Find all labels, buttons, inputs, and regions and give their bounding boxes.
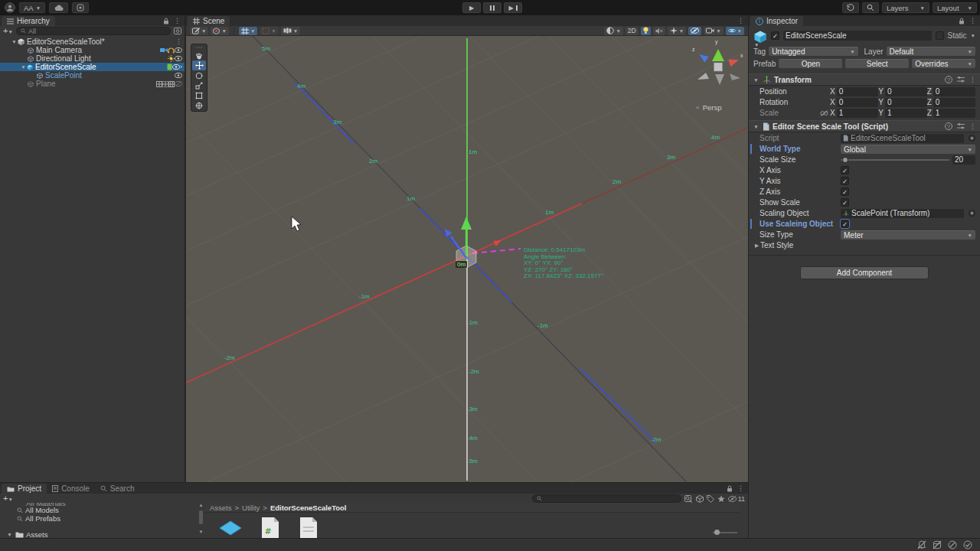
- scale-y-field[interactable]: 1: [885, 109, 927, 118]
- active-checkbox[interactable]: ✓: [771, 31, 779, 40]
- cache-server-disconnected-icon[interactable]: [933, 540, 942, 549]
- asset-thumbnail-script[interactable]: #: [257, 515, 283, 538]
- thumbnail-size-slider[interactable]: [713, 530, 737, 536]
- favorite-star-icon[interactable]: [717, 495, 725, 503]
- camera-dropdown[interactable]: ▼: [704, 27, 723, 35]
- tab-scene[interactable]: Scene: [188, 16, 230, 26]
- tab-hierarchy[interactable]: Hierarchy: [2, 16, 55, 26]
- tab-search[interactable]: Search: [95, 484, 140, 494]
- audio-toggle[interactable]: [653, 27, 665, 35]
- gizmo-y-label[interactable]: y: [715, 39, 718, 44]
- prefab-select-button[interactable]: Select: [845, 59, 909, 68]
- scrollbar-handle[interactable]: [199, 510, 203, 524]
- saved-search-all-prefabs[interactable]: All Prefabs: [17, 514, 60, 523]
- tag-dropdown[interactable]: Untagged▼: [769, 47, 858, 56]
- create-button[interactable]: +▼: [3, 27, 13, 36]
- lock-icon[interactable]: [163, 18, 169, 24]
- static-dropdown-icon[interactable]: ▼: [971, 33, 975, 38]
- play-button[interactable]: ▶: [462, 2, 481, 13]
- align-dropdown[interactable]: ▼: [281, 27, 300, 35]
- lock-icon[interactable]: [959, 18, 965, 24]
- z-axis-checkbox[interactable]: ✓: [841, 187, 849, 196]
- scale-size-value-field[interactable]: 20: [952, 155, 975, 165]
- scene-row[interactable]: ▼ EditorSceneScaleTool* ⋮: [0, 37, 185, 46]
- project-search-input[interactable]: [532, 494, 681, 503]
- constrain-proportions-icon[interactable]: [820, 110, 828, 116]
- rotation-z-field[interactable]: 0: [933, 98, 975, 107]
- draw-mode-dropdown[interactable]: ▼: [604, 27, 622, 35]
- position-y-field[interactable]: 0: [885, 87, 927, 96]
- component-menu-icon[interactable]: ⋮: [969, 122, 976, 130]
- world-type-dropdown[interactable]: Global▼: [841, 145, 975, 154]
- hierarchy-search-input[interactable]: All: [16, 27, 171, 35]
- hierarchy-row-directional-light[interactable]: Directional Light: [0, 54, 185, 63]
- y-axis-checkbox[interactable]: ✓: [841, 177, 849, 185]
- slider-handle[interactable]: [842, 157, 848, 163]
- layer-dropdown[interactable]: Default▼: [887, 47, 975, 56]
- scroll-up-icon[interactable]: ▲: [199, 503, 204, 508]
- panel-menu-icon[interactable]: ⋮: [174, 17, 181, 24]
- breadcrumb-utility[interactable]: Utility: [242, 504, 260, 512]
- layers-dropdown[interactable]: Layers▼: [882, 2, 929, 13]
- scale-x-field[interactable]: 1: [837, 109, 879, 118]
- step-button[interactable]: ▶: [504, 2, 522, 13]
- rect-tool-button[interactable]: [192, 90, 206, 100]
- object-picker-icon[interactable]: [969, 135, 975, 142]
- folders-scrollbar[interactable]: ▲ ▼: [198, 503, 204, 535]
- prefab-overrides-dropdown[interactable]: Overrides▼: [912, 59, 975, 68]
- position-z-field[interactable]: 0: [933, 87, 975, 96]
- tab-console[interactable]: Console: [47, 484, 95, 494]
- lock-icon[interactable]: [727, 485, 733, 492]
- notifications-muted-icon[interactable]: [917, 540, 926, 549]
- x-axis-checkbox[interactable]: ✓: [841, 166, 849, 174]
- scale-size-slider[interactable]: [841, 155, 949, 165]
- version-control-button[interactable]: [72, 2, 89, 13]
- saved-search-all-models[interactable]: All Models: [17, 506, 59, 514]
- move-snap-dropdown[interactable]: ▼: [260, 27, 278, 35]
- effects-dropdown[interactable]: ▼: [668, 27, 686, 35]
- asset-thumbnail-asset[interactable]: [296, 515, 322, 538]
- assets-folder-row[interactable]: ▼ Assets: [6, 530, 48, 538]
- account-dropdown[interactable]: AA▼: [19, 2, 45, 13]
- rotation-y-field[interactable]: 0: [885, 98, 927, 107]
- gizmo-z-label[interactable]: z: [692, 47, 695, 52]
- layout-dropdown[interactable]: Layout▼: [933, 2, 977, 13]
- package-icon[interactable]: [696, 495, 704, 503]
- eye-icon[interactable]: [175, 47, 182, 53]
- palette-grip[interactable]: [192, 46, 206, 49]
- use-scaling-object-checkbox[interactable]: ✓: [841, 220, 849, 228]
- grid-snapping-dropdown[interactable]: ▼: [239, 27, 257, 35]
- tool-settings-dropdown[interactable]: ▼: [190, 27, 208, 35]
- move-tool-button[interactable]: [192, 60, 206, 70]
- breadcrumb-current-folder[interactable]: EditorSceneScaleTool: [270, 504, 347, 512]
- hierarchy-row-plane[interactable]: Plane: [0, 80, 185, 88]
- gizmos-dropdown[interactable]: ▼: [726, 27, 744, 35]
- hierarchy-row-main-camera[interactable]: Main Camera: [0, 46, 185, 54]
- undo-history-button[interactable]: [842, 2, 859, 13]
- eye-icon[interactable]: [172, 64, 180, 70]
- scene-viewport[interactable]: -2m -1m 1m 2m 3m 4m 1m 2m 3m 4m 5m -1m -…: [186, 36, 748, 482]
- panel-menu-icon[interactable]: ⋮: [737, 17, 744, 24]
- object-picker-icon[interactable]: [969, 210, 975, 217]
- hierarchy-row-editorscenescale[interactable]: ▼ EditorSceneScale ›: [0, 63, 185, 71]
- gameobject-icon-button[interactable]: ▼: [753, 30, 767, 44]
- 2d-toggle[interactable]: 2D: [626, 27, 639, 35]
- size-type-dropdown[interactable]: Meter▼: [841, 230, 975, 240]
- show-scale-checkbox[interactable]: ✓: [841, 198, 849, 207]
- help-icon[interactable]: ?: [945, 76, 952, 83]
- slider-handle[interactable]: [714, 530, 720, 535]
- account-avatar-icon[interactable]: [5, 2, 15, 13]
- transform-header[interactable]: ▼ Transform ? ⋮: [749, 73, 980, 86]
- cloud-sync-off-icon[interactable]: [948, 540, 957, 549]
- panel-menu-icon[interactable]: ⋮: [737, 484, 744, 492]
- prefab-open-chevron[interactable]: ›: [180, 63, 182, 71]
- gameobject-name-field[interactable]: EditorSceneScale: [783, 31, 932, 41]
- script-object-field[interactable]: EditorSceneScaleTool: [841, 134, 964, 143]
- help-icon[interactable]: ?: [945, 122, 952, 130]
- panel-menu-icon[interactable]: ⋮: [969, 17, 976, 24]
- lighting-toggle[interactable]: [641, 27, 651, 35]
- rotate-tool-button[interactable]: [192, 70, 206, 80]
- pause-button[interactable]: [483, 2, 501, 13]
- gizmo-pivot-dropdown[interactable]: ▼: [211, 27, 228, 35]
- static-checkbox[interactable]: [936, 31, 944, 40]
